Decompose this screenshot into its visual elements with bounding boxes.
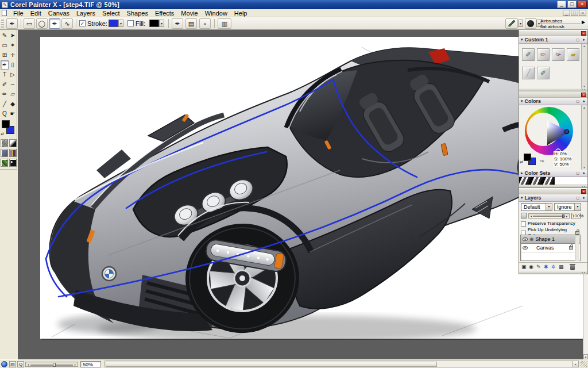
stroke-color-swatch[interactable] — [109, 20, 118, 27]
document-hscrollbar[interactable]: ▸ — [105, 361, 579, 367]
color-set-preview[interactable] — [519, 177, 587, 185]
palette-scrollbar[interactable]: ▲ ▼ — [581, 105, 587, 170]
palette-menu-icon[interactable]: ▸ — [583, 171, 585, 175]
scroll-right-icon[interactable]: ▸ — [572, 361, 578, 367]
color-sets-header[interactable]: ▸ Color Sets ◻ ▸ — [519, 170, 587, 177]
toolbar-grip[interactable] — [1, 20, 4, 28]
main-color-swatch[interactable] — [2, 120, 10, 128]
clone-color-icon[interactable]: ✑ — [540, 158, 544, 164]
quick-curve-button[interactable]: ∿ — [61, 18, 73, 29]
pencil-icon[interactable]: ╱ — [522, 67, 535, 79]
menu-edit[interactable]: Edit — [27, 9, 45, 17]
scissors-tool[interactable]: ✐ — [1, 80, 9, 89]
opacity-slider[interactable]: ◂ ▸ — [528, 213, 570, 218]
layer-options-button[interactable]: ▤ — [185, 18, 197, 29]
zoom-in-icon[interactable]: ▸ — [73, 362, 78, 367]
layer-row-canvas[interactable]: Canvas — [521, 244, 580, 252]
custom-palette-header[interactable]: ▾ Custom 1 ◻ ▸ — [519, 36, 587, 44]
collapse-icon[interactable]: ▾ — [521, 195, 523, 200]
slider-right-icon[interactable]: ▸ — [564, 214, 569, 218]
menu-shapes[interactable]: Shapes — [123, 9, 152, 17]
palette-scrollbar[interactable]: ▲ ▼ — [581, 44, 587, 89]
layers-palette-titlebar[interactable]: × — [519, 188, 587, 194]
scroll-down-icon[interactable]: ▼ — [582, 84, 587, 89]
gradient-selector[interactable] — [9, 139, 17, 147]
grabber-tool[interactable]: ☛ — [9, 109, 17, 118]
page-info-icon[interactable]: ▤ — [9, 361, 16, 367]
palette-resize-handle[interactable] — [519, 185, 587, 187]
dropdown-arrow-icon[interactable]: ▾ — [574, 204, 581, 210]
pencil-tool[interactable]: ✏ — [1, 90, 9, 99]
text-tool[interactable]: T — [1, 70, 9, 79]
fill-color-dropdown[interactable]: ▾ — [159, 20, 164, 27]
layer-row-shape1[interactable]: ❀ Shape 1 — [521, 235, 580, 244]
scroll-down-icon[interactable]: ▼ — [582, 165, 587, 170]
new-watercolor-layer-icon[interactable]: ✱ — [544, 264, 548, 270]
chalk-icon[interactable]: ▰ — [567, 48, 579, 61]
eraser-tool[interactable]: ▱ — [9, 90, 17, 99]
close-icon[interactable]: × — [581, 31, 586, 36]
rect-shape-tool[interactable]: ▯ — [9, 60, 17, 70]
close-button[interactable]: × — [578, 1, 587, 8]
palette-box-icon[interactable]: ◻ — [576, 195, 579, 200]
collapse-icon[interactable]: ▾ — [521, 37, 523, 42]
magnifier-icon[interactable]: Q — [17, 361, 24, 367]
fill-checkbox[interactable] — [127, 20, 134, 26]
paint-bucket-tool[interactable]: ◆ — [9, 99, 17, 109]
menu-file[interactable]: File — [10, 9, 27, 17]
dynamic-plugins-icon[interactable]: ◉ — [529, 264, 533, 270]
menu-select[interactable]: Select — [99, 9, 123, 17]
main-color-swatch[interactable] — [524, 154, 531, 161]
new-liquid-ink-layer-icon[interactable]: ✲ — [551, 264, 556, 270]
layer-commands-icon[interactable]: ▣ — [521, 264, 527, 270]
palette-resize-handle[interactable] — [519, 271, 587, 274]
palette-box-icon[interactable]: ◻ — [576, 99, 579, 103]
visibility-eye-icon[interactable] — [523, 237, 528, 241]
menu-movie[interactable]: Movie — [177, 9, 201, 17]
layer-adjuster-tool[interactable]: ➤ — [9, 31, 17, 40]
menu-help[interactable]: Help — [231, 9, 251, 17]
child-minimize-button[interactable]: _ — [563, 10, 570, 16]
zoom-value[interactable]: 50% — [80, 361, 101, 367]
stroke-options-button[interactable]: ✒ — [172, 18, 183, 29]
dropper-tool[interactable]: ╱ — [1, 99, 9, 109]
opacity-thumb[interactable] — [562, 214, 564, 218]
magic-wand-tool[interactable]: ✶ — [9, 41, 17, 50]
zoom-out-icon[interactable]: ◂ — [26, 362, 30, 367]
composite-method-dropdown[interactable]: Default ▾ — [521, 203, 552, 211]
rect-select-tool[interactable]: ▭ — [1, 41, 9, 50]
brush-ghost-dropdown[interactable]: ▾ — [518, 20, 523, 27]
minimize-button[interactable]: _ — [557, 1, 566, 8]
zoom-slider[interactable]: ◂ ▸ — [25, 362, 78, 367]
selection-adjuster-tool[interactable]: ✛ — [9, 51, 17, 60]
custom-palette-titlebar[interactable]: × — [519, 30, 587, 36]
palette-menu-icon[interactable]: ▸ — [583, 99, 585, 103]
stroke-color-dropdown[interactable]: ▾ — [118, 20, 123, 27]
menu-canvas[interactable]: Canvas — [45, 9, 73, 17]
weave-selector[interactable] — [9, 149, 17, 157]
fill-color-swatch[interactable] — [149, 20, 159, 27]
oval-shape-button[interactable]: ◯ — [36, 18, 48, 29]
lasso-tool[interactable]: ∽ — [9, 80, 17, 89]
close-icon[interactable]: × — [581, 93, 586, 97]
layer-list-scrollbar[interactable] — [575, 236, 579, 261]
menu-effects[interactable]: Effects — [152, 9, 177, 17]
canvas-page[interactable] — [40, 37, 583, 339]
look-selector[interactable] — [9, 159, 17, 167]
menu-layers[interactable]: Layers — [73, 9, 99, 17]
stroke-checkbox[interactable]: ✓ — [79, 20, 86, 26]
preserve-transparency-checkbox[interactable] — [521, 221, 526, 227]
layers-palette-header[interactable]: ▾ Layers ◻ ▸ — [519, 194, 587, 202]
crop-tool[interactable]: ⊞ — [1, 51, 9, 60]
close-icon[interactable]: × — [581, 189, 586, 194]
brush-tool[interactable]: ✎ — [1, 31, 9, 40]
composite-depth-dropdown[interactable]: Ignore ▾ — [554, 203, 581, 211]
palette-menu-icon[interactable]: ▸ — [583, 37, 585, 42]
brush-selector[interactable]: Airbrushes flat airbrush — [540, 18, 581, 29]
scroll-down-arrow[interactable]: ▼ — [583, 354, 588, 359]
preview-button[interactable]: ▥ — [218, 18, 231, 29]
collapse-icon[interactable]: ▸ — [521, 171, 523, 175]
menu-window[interactable]: Window — [202, 9, 231, 17]
dry-brush-icon[interactable]: ✑ — [552, 48, 564, 61]
pattern-selector[interactable] — [1, 149, 8, 157]
